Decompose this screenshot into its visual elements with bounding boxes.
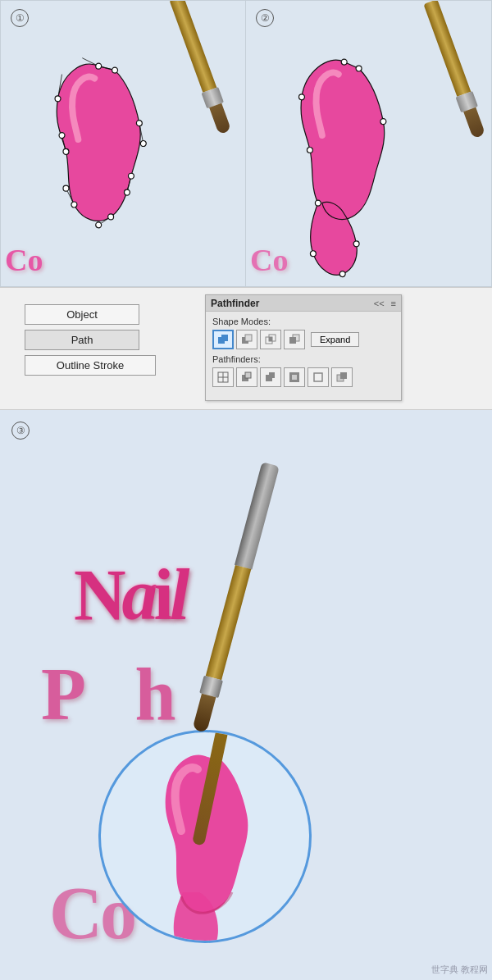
pathfinder-titlebar: Pathfinder << ≡ bbox=[206, 295, 401, 312]
svg-line-1 bbox=[98, 66, 115, 71]
pathfinder-title: Pathfinder bbox=[211, 298, 259, 309]
panel-1: ① bbox=[0, 0, 246, 287]
shape-modes-row: Expand bbox=[212, 330, 394, 349]
svg-rect-51 bbox=[340, 372, 347, 379]
trim-button[interactable] bbox=[236, 367, 257, 387]
svg-point-13 bbox=[71, 202, 77, 207]
svg-rect-33 bbox=[245, 335, 252, 341]
svg-point-27 bbox=[353, 241, 359, 247]
brush-handle-1 bbox=[169, 0, 216, 93]
nail-blob-circle bbox=[101, 732, 312, 943]
menu-icon[interactable]: ≡ bbox=[391, 299, 396, 308]
brush-handle-2 bbox=[423, 0, 471, 97]
svg-point-19 bbox=[136, 121, 142, 126]
svg-rect-31 bbox=[221, 335, 228, 341]
shape-modes-label: Shape Modes: bbox=[212, 317, 394, 326]
svg-line-2 bbox=[58, 75, 62, 99]
svg-point-25 bbox=[310, 251, 316, 257]
menu-panel: Object Path Outline Stroke bbox=[0, 288, 197, 409]
crop-button[interactable] bbox=[284, 367, 305, 387]
svg-line-0 bbox=[82, 58, 98, 66]
pathfinder-body: Shape Modes: Expand bbox=[206, 312, 401, 392]
svg-point-12 bbox=[63, 185, 69, 191]
middle-section: Object Path Outline Stroke Pathfinder <<… bbox=[0, 287, 492, 410]
svg-rect-36 bbox=[269, 337, 272, 341]
svg-rect-44 bbox=[245, 372, 251, 378]
svg-point-9 bbox=[55, 96, 61, 102]
svg-point-15 bbox=[108, 214, 114, 220]
svg-point-20 bbox=[112, 67, 118, 73]
svg-rect-46 bbox=[269, 372, 275, 378]
brush-bristles-2 bbox=[463, 107, 485, 139]
brush-1 bbox=[161, 0, 246, 157]
watermark: 世字典 教程网 bbox=[431, 964, 488, 976]
brush-wood-bottom bbox=[206, 565, 252, 680]
collapse-icon[interactable]: << bbox=[374, 299, 385, 308]
svg-point-24 bbox=[315, 200, 321, 206]
svg-line-3 bbox=[62, 135, 66, 152]
svg-point-28 bbox=[380, 119, 386, 125]
panel-1-number: ① bbox=[11, 9, 29, 27]
pathfinder-panel: Pathfinder << ≡ Shape Modes: bbox=[205, 294, 402, 401]
top-section: ① bbox=[0, 0, 492, 287]
svg-rect-48 bbox=[292, 375, 297, 380]
brush-handle-bottom bbox=[235, 462, 280, 569]
svg-point-17 bbox=[128, 173, 134, 179]
outline-stroke-button[interactable]: Outline Stroke bbox=[25, 355, 156, 376]
svg-rect-39 bbox=[293, 337, 296, 341]
svg-line-5 bbox=[98, 217, 111, 225]
pathfinders-row bbox=[212, 367, 394, 387]
brush-bottom bbox=[177, 458, 291, 746]
svg-point-16 bbox=[124, 189, 130, 195]
svg-point-23 bbox=[307, 147, 312, 153]
path-button[interactable]: Path bbox=[25, 330, 139, 350]
magnify-circle bbox=[98, 730, 312, 943]
unite-button[interactable] bbox=[212, 330, 234, 349]
panel-3-number: ③ bbox=[11, 422, 30, 440]
svg-point-14 bbox=[96, 222, 102, 228]
nail-text: Nail bbox=[74, 554, 185, 636]
svg-point-8 bbox=[96, 63, 102, 69]
svg-point-10 bbox=[59, 133, 65, 139]
object-button[interactable]: Object bbox=[25, 304, 139, 325]
panel-2-number: ② bbox=[256, 9, 274, 27]
bottom-section: ③ Nail P h Co 世字典 教程网 bbox=[0, 410, 492, 980]
svg-point-26 bbox=[339, 271, 345, 277]
panel-2: ② Co bbox=[246, 0, 492, 287]
intersect-button[interactable] bbox=[260, 330, 281, 349]
pathfinders-label: Pathfinders: bbox=[212, 354, 394, 364]
svg-point-22 bbox=[298, 94, 304, 100]
nail-text-content: Nail bbox=[74, 555, 185, 635]
svg-rect-49 bbox=[314, 373, 322, 381]
brush-bristles-1 bbox=[209, 103, 231, 134]
merge-button[interactable] bbox=[260, 367, 281, 387]
expand-button[interactable]: Expand bbox=[311, 332, 359, 347]
polish-text-row: P h bbox=[41, 652, 174, 736]
svg-point-29 bbox=[356, 66, 362, 71]
svg-line-7 bbox=[139, 123, 144, 144]
pathfinder-controls: << ≡ bbox=[374, 299, 396, 308]
svg-line-6 bbox=[127, 176, 131, 193]
brush-bristles-bottom bbox=[192, 694, 216, 733]
brush-2 bbox=[415, 0, 492, 162]
pink-text-panel2: Co bbox=[250, 242, 288, 278]
pink-text-panel1: Co bbox=[5, 242, 43, 278]
svg-point-21 bbox=[341, 59, 347, 65]
svg-line-4 bbox=[66, 189, 74, 205]
outline-path-button[interactable] bbox=[308, 367, 329, 387]
svg-point-11 bbox=[63, 148, 69, 154]
minus-back-button[interactable] bbox=[331, 367, 353, 387]
minus-front-button[interactable] bbox=[236, 330, 257, 349]
divide-button[interactable] bbox=[212, 367, 234, 387]
exclude-button[interactable] bbox=[284, 330, 305, 349]
svg-point-18 bbox=[140, 141, 146, 147]
